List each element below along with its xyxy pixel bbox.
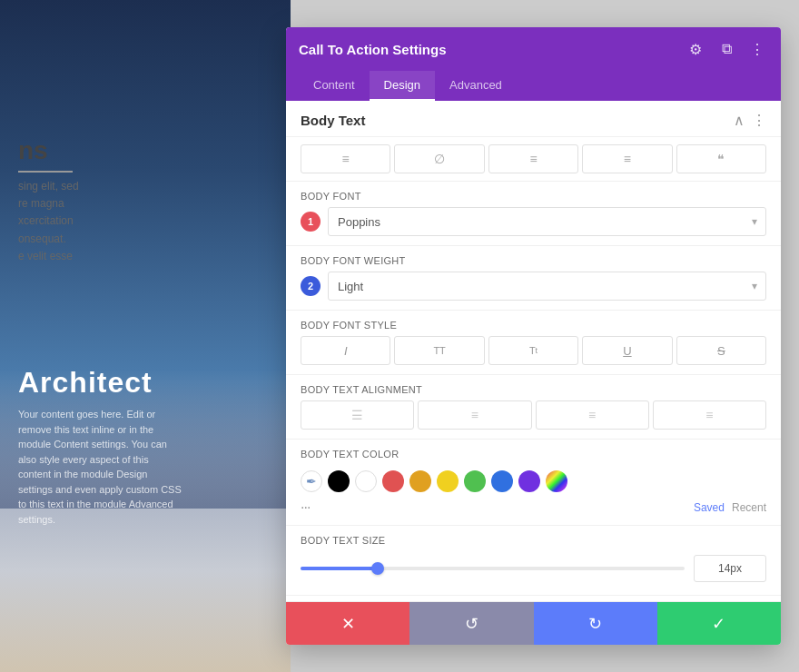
collapse-icon[interactable]: ∧ — [734, 112, 745, 129]
split-icon[interactable]: ⧉ — [715, 38, 737, 60]
undo-button[interactable]: ↺ — [409, 602, 533, 645]
left-text-panel: ns sing elit, sed re magna xcercitation … — [18, 136, 79, 265]
more-icon[interactable]: ⋮ — [746, 38, 768, 60]
body-text-size-fill — [301, 567, 378, 570]
body-font-weight-select[interactable]: Light Regular Medium Bold — [328, 272, 766, 301]
body-text-size-label: Body Text Size — [301, 535, 766, 546]
color-green[interactable] — [464, 470, 486, 492]
section-title: Body Text — [301, 113, 365, 128]
body-text-size-slider-row: 14px — [301, 551, 766, 586]
text-alignment-buttons: ☰ ≡ ≡ ≡ — [301, 400, 766, 430]
left-line-4: onsequat. — [18, 231, 79, 248]
body-text-alignment-label: Body Text Alignment — [301, 384, 766, 395]
cancel-button[interactable]: ✕ — [286, 602, 409, 645]
color-orange[interactable] — [409, 470, 431, 492]
body-text-alignment-field: Body Text Alignment ☰ ≡ ≡ ≡ — [286, 375, 781, 440]
body-font-field: Body Font 1 Poppins Roboto Open Sans Lat… — [286, 182, 781, 246]
color-red[interactable] — [382, 470, 404, 492]
color-swatches: ✒ — [301, 465, 766, 496]
text-center-btn[interactable]: ≡ — [418, 400, 531, 430]
recent-label[interactable]: Recent — [732, 501, 766, 514]
align-left-btn[interactable]: ≡ — [301, 144, 390, 173]
left-title: ns — [18, 136, 79, 165]
panel-header: Call To Action Settings ⚙ ⧉ ⋮ — [286, 27, 781, 71]
overlay-paragraph: Your content goes here. Edit or remove t… — [18, 407, 182, 527]
section-header-actions: ∧ ⋮ — [734, 112, 766, 129]
font-style-buttons: I TT Tt U S — [301, 336, 766, 365]
settings-panel: Call To Action Settings ⚙ ⧉ ⋮ Content De… — [286, 27, 781, 645]
panel-header-icons: ⚙ ⧉ ⋮ — [685, 38, 768, 60]
tab-bar: Content Design Advanced — [286, 71, 781, 101]
saved-label[interactable]: Saved — [694, 501, 725, 514]
body-text-size-field: Body Text Size 14px — [286, 526, 781, 596]
save-button[interactable]: ✓ — [657, 602, 781, 645]
color-blue[interactable] — [491, 470, 513, 492]
step-1-badge: 1 — [301, 212, 321, 232]
underline-btn[interactable]: U — [582, 336, 672, 365]
saved-recent-labels: Saved Recent — [694, 499, 766, 516]
section-header: Body Text ∧ ⋮ — [286, 101, 781, 137]
color-yellow[interactable] — [437, 470, 459, 492]
body-text-size-value[interactable]: 14px — [694, 555, 766, 582]
tab-design[interactable]: Design — [370, 71, 435, 101]
panel-footer: ✕ ↺ ↻ ✓ — [286, 601, 781, 645]
text-right-btn[interactable]: ≡ — [536, 400, 649, 430]
body-font-label: Body Font — [301, 191, 766, 202]
align-right-btn[interactable]: ≡ — [488, 144, 578, 173]
redo-button[interactable]: ↻ — [534, 602, 657, 645]
section-more-icon[interactable]: ⋮ — [752, 112, 766, 129]
color-black[interactable] — [328, 470, 350, 492]
body-text-size-thumb[interactable] — [371, 562, 384, 575]
align-center-btn[interactable]: ∅ — [394, 144, 484, 173]
body-text-size-track[interactable] — [301, 567, 685, 570]
left-line-2: re magna — [18, 195, 79, 212]
body-font-wrap: 1 Poppins Roboto Open Sans Lato ▾ — [301, 207, 766, 236]
uppercase-btn[interactable]: TT — [394, 336, 484, 365]
text-justify-btn[interactable]: ≡ — [653, 400, 766, 430]
text-left-btn[interactable]: ☰ — [301, 400, 414, 430]
settings-icon[interactable]: ⚙ — [685, 38, 706, 60]
top-align-row: ≡ ∅ ≡ ≡ ❝ — [286, 137, 781, 182]
body-font-weight-wrap: 2 Light Regular Medium Bold ▾ — [301, 272, 766, 301]
body-font-select[interactable]: Poppins Roboto Open Sans Lato — [328, 207, 766, 236]
color-more-dots[interactable]: ··· — [301, 499, 310, 516]
left-line-5: e velit esse — [18, 248, 79, 265]
color-picker-btn[interactable]: ✒ — [301, 470, 322, 492]
color-purple[interactable] — [518, 470, 540, 492]
overlay-text-block: Architect Your content goes here. Edit o… — [18, 366, 182, 527]
body-font-weight-field: Body Font Weight 2 Light Regular Medium … — [286, 246, 781, 311]
align-justify-btn[interactable]: ≡ — [582, 144, 672, 173]
left-line-1: sing elit, sed — [18, 178, 79, 195]
align-quote-btn[interactable]: ❝ — [676, 144, 766, 173]
left-line-3: xcercitation — [18, 212, 79, 230]
color-white[interactable] — [355, 470, 377, 492]
body-text-color-field: Body Text Color ✒ ··· Saved Recent — [286, 440, 781, 526]
tab-content[interactable]: Content — [299, 71, 370, 101]
panel-content: Body Text ∧ ⋮ ≡ ∅ ≡ ≡ ❝ Body Font 1 Popp… — [286, 101, 781, 601]
strikethrough-btn[interactable]: S — [676, 336, 766, 365]
italic-btn[interactable]: I — [301, 336, 390, 365]
body-text-color-label: Body Text Color — [301, 449, 766, 460]
panel-title: Call To Action Settings — [299, 42, 447, 57]
background-panel: Architect Your content goes here. Edit o… — [0, 0, 291, 672]
body-font-weight-label: Body Font Weight — [301, 255, 766, 266]
step-2-badge: 2 — [301, 276, 321, 296]
color-rainbow[interactable] — [546, 470, 567, 492]
body-font-style-label: Body Font Style — [301, 320, 766, 331]
body-font-style-field: Body Font Style I TT Tt U S — [286, 311, 781, 375]
capitalize-btn[interactable]: Tt — [488, 336, 578, 365]
tab-advanced[interactable]: Advanced — [435, 71, 517, 101]
overlay-title: Architect — [18, 366, 182, 400]
